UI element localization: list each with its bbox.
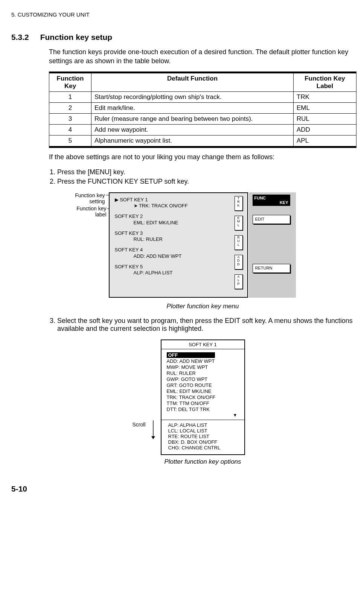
softkey-2-val: EML: EDIT MK/LINE [134, 220, 188, 226]
table-row: 1 Start/stop recording/plotting own ship… [49, 91, 356, 102]
list-item[interactable]: DBX: D. BOX ON/OFF [168, 439, 241, 445]
table-row: 5 Alphanumeric waypoint list. APL [49, 135, 356, 146]
list-item[interactable]: GRT: GOTO ROUTE [167, 382, 241, 388]
func-key-label: FUNC KEY [253, 195, 290, 206]
intro-paragraph: The function keys provide one-touch exec… [49, 47, 356, 66]
table-row: 2 Edit mark/line. EML [49, 102, 356, 113]
table-row: 3 Ruler (measure range and bearing betwe… [49, 113, 356, 124]
list-item[interactable]: EML: EDIT MK/LINE [167, 388, 241, 394]
list-item[interactable]: RUL: RULER [167, 370, 241, 376]
scroll-label: Scroll [133, 422, 146, 428]
vkey-add: ADD [235, 255, 243, 269]
option-off[interactable]: OFF [167, 352, 215, 358]
screen-panel: ▶ SOFT KEY 1 ➤ TRK: TRACK ON/OFF SOFT KE… [109, 192, 248, 298]
list-item[interactable]: ADD: ADD NEW WPT [167, 358, 241, 364]
figure-options: Scroll SOFT KEY 1 OFF ADD: ADD NEW WPT M… [161, 339, 245, 455]
figure1-caption: Plotter function key menu [49, 303, 356, 310]
annotation-setting: Function key setting [65, 192, 105, 204]
th-default: Default Function [91, 73, 294, 91]
scroll-arrow-icon [149, 420, 157, 441]
list-item[interactable]: ALP: ALPHA LIST [168, 422, 241, 428]
table-row: 4 Add new waypoint. ADD [49, 124, 356, 135]
vkey-rul: RUL [235, 235, 243, 250]
function-key-table: Function Key Default Function Function K… [49, 72, 356, 148]
step-1: Press the [MENU] key. [57, 168, 356, 176]
list-item[interactable]: TTM: TTM ON/OFF [167, 400, 241, 406]
annotation-label: Function key label [76, 206, 107, 218]
page-header: 5. CUSTOMIZING YOUR UNIT [11, 11, 356, 18]
softkey-1-name: SOFT KEY 1 [120, 197, 148, 202]
edit-button[interactable]: EDIT [253, 215, 290, 224]
softkey-5-name: SOFT KEY 5 [115, 264, 188, 270]
step-2: Press the FUNCTION KEY SETUP soft key. [57, 178, 356, 186]
list-item[interactable]: RTE: ROUTE LIST [168, 434, 241, 439]
th-key: Function Key [49, 73, 91, 91]
step-3: Select the soft key you want to program,… [57, 317, 356, 333]
list-item[interactable]: MWP: MOVE WPT [167, 364, 241, 370]
after-table-text: If the above settings are not to your li… [49, 152, 356, 161]
vkey-trk: TRK [235, 196, 243, 211]
softkey-3-val: RUL: RULER [134, 236, 188, 242]
vkey-alp: ALP [235, 274, 243, 289]
list-item[interactable]: TRK: TRACK ON/OFF [167, 394, 241, 400]
section-number: 5.3.2 [11, 33, 29, 42]
scroll-down-icon: ▼ [167, 413, 241, 418]
section-title: Function key setup [40, 33, 112, 42]
figure2-caption: Plotter function key options [49, 458, 356, 466]
list-item[interactable]: DTT: DEL TGT TRK [167, 406, 241, 412]
softkey-5-val: ALP: ALPHA LIST [134, 270, 188, 276]
list-item[interactable]: GWP: GOTO WPT [167, 376, 241, 382]
options-title: SOFT KEY 1 [161, 340, 244, 349]
list-item[interactable]: LCL: LOCAL LIST [168, 428, 241, 434]
softkey-2-name: SOFT KEY 2 [115, 213, 188, 219]
list-item[interactable]: CHG: CHANGE CNTRL [168, 445, 241, 451]
softkey-1-val: TRK: TRACK ON/OFF [139, 203, 188, 209]
softkey-4-val: ADD: ADD NEW WPT [134, 253, 188, 259]
softkey-3-name: SOFT KEY 3 [115, 230, 188, 236]
figure-function-key-menu: Function key setting Function key label … [109, 192, 297, 300]
page-number: 5-10 [11, 484, 356, 493]
softkey-4-name: SOFT KEY 4 [115, 247, 188, 253]
side-panel: FUNC KEY EDIT RETURN [249, 192, 296, 298]
th-label: Function Key Label [294, 73, 356, 91]
svg-marker-1 [151, 436, 155, 439]
vkey-eml: EML [235, 216, 243, 230]
return-button[interactable]: RETURN [253, 264, 290, 273]
